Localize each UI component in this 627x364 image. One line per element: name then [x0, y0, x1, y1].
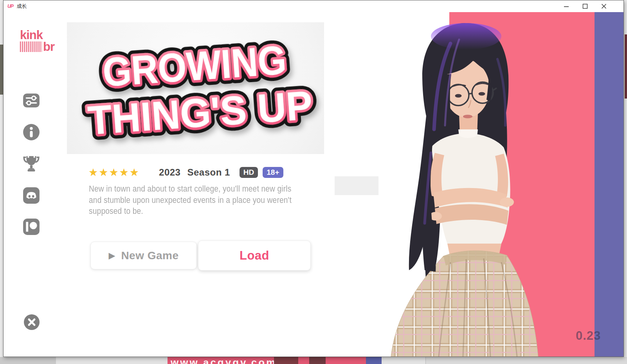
achievements-button[interactable] [22, 154, 40, 172]
info-icon [22, 123, 40, 141]
bottom-strip-segment [382, 357, 426, 364]
settings-sliders-icon [22, 91, 40, 109]
bottom-strip-segment [56, 357, 168, 364]
minimize-button[interactable] [557, 0, 576, 12]
app-icon: UP [7, 4, 13, 9]
close-icon [601, 4, 607, 9]
release-year: 2023 [159, 167, 180, 178]
banner-url-text: www.acgygv.com [171, 357, 277, 364]
app-window: 0.23 kink br [3, 0, 624, 357]
game-logo-panel: GROWING THING'S UP GROWING THING'S UP [67, 22, 324, 154]
info-button[interactable] [22, 123, 40, 141]
banner-color-block [309, 357, 326, 364]
titlebar[interactable]: UP 成长 [4, 0, 623, 12]
barcode-graphic [20, 41, 42, 52]
exit-button[interactable] [23, 314, 40, 331]
minimize-icon [564, 4, 569, 9]
maximize-button[interactable] [576, 0, 595, 12]
age-rating-badge: 18+ [263, 167, 283, 178]
kinkbr-logo[interactable]: kink br [20, 29, 54, 52]
banner-color-block [274, 357, 298, 364]
character-art [333, 12, 599, 357]
banner-color-block [366, 357, 382, 364]
logo-text-kink: kink [20, 29, 54, 41]
patreon-icon [22, 218, 40, 236]
settings-button[interactable] [22, 91, 40, 109]
play-icon: ▶ [108, 251, 115, 260]
bottom-desktop-strip: www.acgygv.com [0, 357, 627, 364]
cutoff-ad-banner: www.acgygv.com [168, 357, 382, 364]
game-description: New in town and about to start college, … [89, 183, 315, 217]
trophy-icon [22, 154, 40, 172]
background-window-edge-left [0, 45, 3, 95]
logo-text-br: br [43, 42, 54, 52]
new-game-button[interactable]: ▶ New Game [90, 242, 197, 269]
patreon-button[interactable] [22, 218, 40, 236]
load-label: Load [240, 249, 269, 263]
season-label: Season 1 [187, 167, 230, 178]
hd-badge: HD [240, 167, 258, 178]
background-window-edge-right [625, 34, 627, 99]
load-button[interactable]: Load [198, 240, 311, 271]
rating-stars: ★★★★★ [88, 165, 140, 180]
discord-button[interactable] [22, 186, 40, 204]
close-button[interactable] [595, 0, 613, 12]
exit-close-icon [23, 314, 40, 331]
discord-icon [22, 186, 40, 204]
new-game-label: New Game [121, 249, 178, 262]
version-label: 0.23 [576, 329, 619, 343]
maximize-icon [582, 4, 588, 9]
window-title: 成长 [17, 3, 27, 10]
game-meta-row: ★★★★★ 2023 Season 1 HD 18+ [88, 165, 283, 180]
bottom-strip-segment [0, 357, 56, 364]
